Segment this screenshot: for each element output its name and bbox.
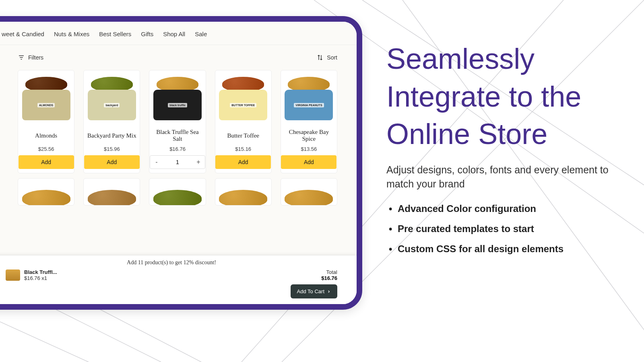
nav-link[interactable]: Shop All <box>163 31 185 37</box>
product-name: Chesapeake Bay Spice <box>281 128 337 144</box>
cart-item-thumb <box>6 269 20 281</box>
product-card[interactable]: BUTTER TOFFEEButter Toffee$15.16Add <box>215 70 272 173</box>
product-name: Backyard Party Mix <box>85 128 139 144</box>
product-price: $15.96 <box>104 146 120 152</box>
product-grid: ALMONDSAlmonds$25.56AddbackyardBackyard … <box>0 67 357 173</box>
qty-increment-button[interactable]: + <box>192 156 205 169</box>
add-button[interactable]: Add <box>215 155 271 169</box>
nav-link[interactable]: Best Sellers <box>99 31 131 37</box>
cart-row: Black Truffl... $16.76 x1 Total $16.76 <box>6 269 337 281</box>
filter-icon <box>18 54 25 61</box>
product-image: black truffle <box>149 70 206 122</box>
product-name: Butter Toffee <box>225 128 262 144</box>
add-to-cart-button[interactable]: Add To Cart <box>291 284 337 298</box>
bullet-item: Advanced Color configuration <box>386 203 620 214</box>
cart-item-line: $16.76 x1 <box>24 275 57 281</box>
product-card[interactable]: VIRGINIA PEANUTSChesapeake Bay Spice$13.… <box>281 70 337 173</box>
product-card[interactable] <box>83 178 140 206</box>
sort-label: Sort <box>327 54 337 61</box>
svg-line-6 <box>0 322 89 362</box>
storefront-screen: weet & Candied Nuts & Mixes Best Sellers… <box>0 22 357 304</box>
filters-button[interactable]: Filters <box>18 54 43 61</box>
product-price: $13.56 <box>301 146 317 152</box>
cart-strip: Add 11 product(s) to get 12% discount! B… <box>0 255 357 304</box>
cart-item-name: Black Truffl... <box>24 269 57 275</box>
product-card[interactable]: backyardBackyard Party Mix$15.96Add <box>83 70 140 173</box>
product-grid-row2 <box>0 173 357 206</box>
chevron-right-icon <box>327 290 331 294</box>
product-price: $16.76 <box>169 146 186 152</box>
product-image: BUTTER TOFFEE <box>215 70 271 122</box>
headline: Seamlessly Integrate to the Online Store <box>386 40 620 153</box>
product-card[interactable] <box>215 178 272 206</box>
product-card[interactable] <box>149 178 206 206</box>
add-button[interactable]: Add <box>19 155 74 169</box>
product-price: $25.56 <box>38 146 54 152</box>
qty-decrement-button[interactable]: - <box>150 156 163 169</box>
nav-link[interactable]: Gifts <box>141 31 153 37</box>
quantity-stepper[interactable]: -1+ <box>150 155 205 169</box>
sort-icon <box>316 54 324 61</box>
cart-item-info: Black Truffl... $16.76 x1 <box>24 269 57 281</box>
marketing-panel: Seamlessly Integrate to the Online Store… <box>386 40 620 263</box>
qty-value: 1 <box>176 159 179 165</box>
product-image: VIRGINIA PEANUTS <box>281 70 337 122</box>
bullet-list: Advanced Color configuration Pre curated… <box>386 203 620 255</box>
add-to-cart-label: Add To Cart <box>297 288 324 294</box>
cart-total-label: Total <box>321 269 337 275</box>
toolbar: Filters Sort <box>0 45 357 67</box>
product-image: backyard <box>84 70 140 122</box>
product-price: $15.16 <box>235 146 251 152</box>
add-button[interactable]: Add <box>84 155 140 169</box>
top-nav: weet & Candied Nuts & Mixes Best Sellers… <box>0 22 357 45</box>
product-card[interactable]: ALMONDSAlmonds$25.56Add <box>18 70 74 173</box>
add-button[interactable]: Add <box>281 155 336 169</box>
product-card[interactable]: black truffleBlack Truffle Sea Salt$16.7… <box>149 70 206 173</box>
device-frame: weet & Candied Nuts & Mixes Best Sellers… <box>0 16 362 310</box>
subheadline: Adjust designs, colors, fonts and every … <box>386 163 620 191</box>
nav-link[interactable]: Sale <box>195 31 207 37</box>
nav-link[interactable]: weet & Candied <box>2 31 44 37</box>
sort-button[interactable]: Sort <box>316 54 337 61</box>
cart-total-value: $16.76 <box>321 275 337 281</box>
product-name: Black Truffle Sea Salt <box>149 128 205 144</box>
product-card[interactable] <box>281 178 337 206</box>
cart-total: Total $16.76 <box>321 269 337 281</box>
product-card[interactable] <box>18 178 74 206</box>
bullet-item: Custom CSS for all design elements <box>386 243 620 255</box>
product-image: ALMONDS <box>18 70 74 122</box>
nav-link[interactable]: Nuts & Mixes <box>54 31 89 37</box>
product-name: Almonds <box>33 128 60 144</box>
bullet-item: Pre curated templates to start <box>386 223 620 234</box>
filters-label: Filters <box>28 54 43 61</box>
discount-message: Add 11 product(s) to get 12% discount! <box>6 255 337 269</box>
